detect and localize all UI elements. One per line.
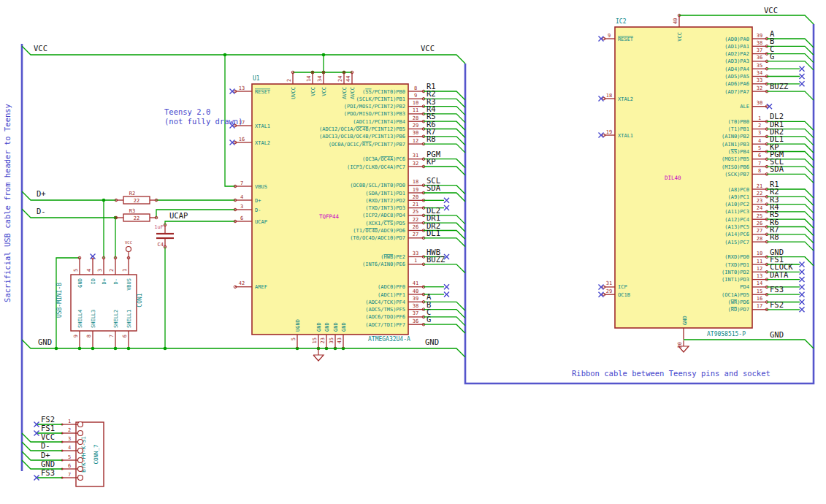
net-label: BUZZ bbox=[770, 82, 788, 91]
pin-number: 30 bbox=[413, 130, 418, 136]
wire-bus-entry bbox=[424, 264, 465, 273]
pin-name: (ADC12/OC1A/OC4B/PCINT12)PB5 bbox=[319, 126, 405, 132]
pin-number: 33 bbox=[413, 251, 418, 256]
net-label: BUZZ bbox=[427, 255, 445, 264]
pin-number: 28 bbox=[413, 115, 418, 121]
no-connect-icon bbox=[444, 205, 449, 210]
pin-name: (ADC11/PCINT4)PB4 bbox=[353, 119, 405, 125]
junction-dot bbox=[114, 347, 118, 351]
junction-dot bbox=[78, 347, 82, 351]
pin-name: (SCLK/PCINT1)PB1 bbox=[356, 96, 405, 102]
pin-name: D- bbox=[113, 278, 119, 284]
pin-number: 23 bbox=[320, 337, 326, 343]
pin-number: 2 bbox=[286, 79, 292, 82]
wire-bus-entry bbox=[424, 238, 465, 247]
net-label: VCC bbox=[41, 432, 55, 441]
net-label: R8 bbox=[427, 134, 436, 143]
net-label: D- bbox=[41, 441, 50, 450]
pin-name: XTAL1 bbox=[255, 123, 270, 129]
pin-number: 39 bbox=[757, 33, 762, 39]
pin-number: 19 bbox=[606, 129, 612, 135]
pin-name: (A12)PC4 bbox=[724, 217, 749, 223]
no-connect-icon bbox=[800, 292, 805, 297]
conn7-pad bbox=[78, 431, 83, 436]
pin-number: 25 bbox=[413, 209, 418, 215]
net-label: SDA bbox=[427, 183, 441, 192]
pin-number: 25 bbox=[757, 213, 762, 219]
wire-bus-entry bbox=[767, 91, 814, 100]
pin-number: 17 bbox=[757, 303, 762, 309]
pin-number: 16 bbox=[239, 137, 245, 142]
pin-number: 32 bbox=[413, 161, 418, 167]
wire-bus-entry bbox=[424, 324, 465, 333]
conn7-ref: CONN_7 bbox=[93, 444, 99, 464]
pin-name: RESET bbox=[618, 37, 634, 42]
net-label-dminus: D- bbox=[37, 207, 46, 215]
pin-number: 20 bbox=[413, 194, 418, 200]
net-label: G bbox=[770, 52, 774, 61]
pin-name: (OC3A/OC4A)PC6 bbox=[362, 156, 405, 162]
net-label: FS3 bbox=[41, 468, 55, 477]
no-connect-icon bbox=[444, 292, 449, 297]
pin-number: 7 bbox=[240, 180, 243, 186]
pin-number: 40 bbox=[673, 18, 678, 24]
pin-number: 7 bbox=[68, 472, 71, 478]
net-label: FS1 bbox=[41, 424, 55, 432]
pin-number: 26 bbox=[413, 224, 418, 230]
pin-number: 1 bbox=[758, 115, 761, 121]
resistor-ref: R3 bbox=[129, 208, 135, 214]
pin-name: (TXD)PD1 bbox=[724, 262, 749, 268]
wire-ic2-gnd bbox=[684, 340, 814, 348]
pin-name: PD4 bbox=[740, 284, 749, 290]
pin-number: 3 bbox=[97, 269, 103, 272]
pin-number: 13 bbox=[757, 273, 762, 279]
pin-number: 24 bbox=[757, 205, 762, 211]
pin-name: (A10)PC2 bbox=[724, 202, 749, 207]
pin-number: 20 bbox=[677, 342, 683, 348]
pin-name: (PDI/MOSI/PCINT2)PB2 bbox=[344, 104, 405, 110]
pin-name: (ICP3/CLK0/OC4A)PC7 bbox=[347, 164, 405, 170]
pin-name: (ICP2/ADC8)PD4 bbox=[362, 213, 405, 218]
pin-number: 12 bbox=[413, 138, 418, 144]
no-connect-icon bbox=[767, 104, 772, 109]
pin-name: OC1B bbox=[618, 292, 630, 298]
pin-number: 27 bbox=[413, 232, 418, 237]
pin-number: 14 bbox=[306, 76, 312, 82]
pin-number: 39 bbox=[413, 296, 418, 302]
wire-bus-entry bbox=[424, 167, 465, 175]
pin-number: 36 bbox=[413, 318, 418, 324]
junction-dot bbox=[164, 347, 167, 351]
pin-name: (XCK1/CTS)PD5 bbox=[365, 221, 405, 226]
pin-number: 5 bbox=[68, 454, 71, 460]
pin-name: GND bbox=[333, 322, 339, 332]
wire-ucap bbox=[165, 221, 235, 225]
pin-name: (TXD/INT3)PD3 bbox=[365, 205, 405, 211]
net-label: SDA bbox=[770, 164, 784, 173]
u1-ref: U1 bbox=[253, 75, 260, 82]
net-label-vcc: VCC bbox=[421, 44, 435, 53]
net-label: FS2 bbox=[770, 300, 784, 309]
conn7-pad bbox=[78, 467, 83, 472]
pin-number: 44 bbox=[345, 76, 351, 82]
pin-name: AVCC bbox=[350, 87, 356, 99]
cap-ref: C4 bbox=[158, 242, 164, 248]
pin-name: (T1)PB1 bbox=[727, 126, 749, 132]
pin-name: (AD2)PA2 bbox=[724, 51, 749, 57]
no-connect-icon bbox=[444, 284, 449, 289]
pin-number: 5 bbox=[73, 269, 79, 272]
pin-number: 6 bbox=[758, 153, 761, 159]
junction-dot bbox=[322, 53, 326, 57]
pin-number: 18 bbox=[413, 179, 418, 185]
pin-name: UVCC bbox=[291, 87, 297, 99]
pin-number: 29 bbox=[606, 289, 612, 294]
cap-value: 1uF bbox=[154, 224, 164, 230]
pin-name: XTAL2 bbox=[255, 140, 270, 146]
pin-name: (AD0)PA0 bbox=[724, 37, 749, 42]
pin-name: (ADC5/TMS)PF5 bbox=[365, 307, 405, 313]
u1-footprint: TQFP44 bbox=[319, 213, 340, 220]
resistor-ref: R2 bbox=[129, 191, 135, 196]
pin-name: (SS/PCINT0)PB0 bbox=[362, 89, 405, 95]
pin-number: 22 bbox=[757, 191, 762, 196]
pin-name: SHELL4 bbox=[77, 310, 83, 328]
net-label: G bbox=[427, 315, 431, 324]
